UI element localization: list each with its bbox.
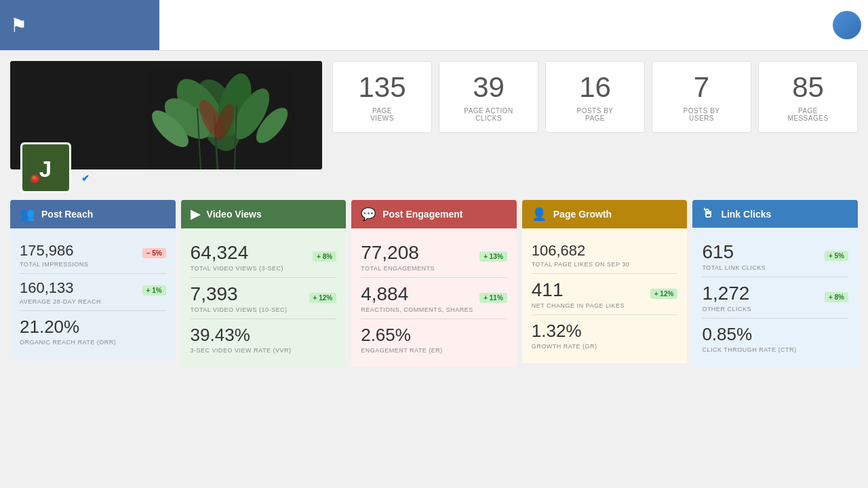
metric-row-page-growth-2: 1.32% GROWTH RATE (GR) — [532, 315, 678, 355]
stat-number-1: 39 — [473, 72, 505, 103]
metric-value-row-2: 39.43% — [191, 325, 337, 346]
metric-title-link-clicks: Link Clicks — [721, 209, 771, 220]
metric-badge-page-growth-1: + 12% — [650, 289, 678, 299]
metric-title-video-views: Video Views — [207, 209, 262, 220]
profile-info: ✔ — [78, 173, 322, 184]
metric-row-link-clicks-1: 1,272 + 8% OTHER CLICKS — [702, 277, 848, 319]
metric-value-row-0: 64,324 + 8% — [191, 242, 337, 264]
header-avatar — [833, 11, 861, 39]
metric-badge-video-views-0: + 8% — [313, 251, 336, 262]
metric-badge-post-reach-1: + 1% — [142, 285, 166, 296]
metric-value-post-reach-1: 160,133 — [20, 279, 74, 297]
stat-box-2: 16 POSTS BYPAGE — [545, 61, 645, 133]
metric-header-link-clicks: 🖱 Link Clicks — [692, 200, 858, 228]
metric-row-link-clicks-2: 0.85% CLICK THROUGH RATE (CTR) — [702, 319, 848, 359]
stat-label-3: POSTS BYUSERS — [683, 107, 719, 122]
metric-card-video-views: ▶ Video Views 64,324 + 8% TOTAL VIDEO VI… — [181, 200, 347, 367]
metric-value-row-0: 175,986 – 5% — [20, 242, 166, 260]
metric-icon-link-clicks: 🖱 — [702, 207, 714, 221]
metric-value-post-engagement-1: 4,884 — [361, 283, 408, 305]
metric-label-post-engagement-0: TOTAL ENGAGEMENTS — [361, 265, 507, 272]
profile-section: J 🍓 ✔ 135 PAGEVIEWS 39 PAGE ACTIONCLICKS… — [0, 51, 868, 200]
metric-badge-link-clicks-1: + 8% — [825, 292, 848, 302]
metric-header-video-views: ▶ Video Views — [181, 200, 347, 228]
metric-body-video-views: 64,324 + 8% TOTAL VIDEO VIEWS (3-SEC) 7,… — [181, 228, 347, 367]
metric-label-post-reach-2: ORGANIC REACH RATE (ORR) — [20, 339, 166, 346]
stat-box-1: 39 PAGE ACTIONCLICKS — [439, 61, 538, 133]
metric-body-page-growth: 106,682 TOTAL PAGE LIKES ON SEP 30 411 +… — [522, 228, 688, 363]
stat-label-1: PAGE ACTIONCLICKS — [464, 107, 513, 122]
metric-label-video-views-1: TOTAL VIDEO VIEWS (10-SEC) — [191, 306, 337, 313]
metric-row-link-clicks-0: 615 + 5% TOTAL LINK CLICKS — [702, 236, 848, 277]
stats-top: 135 PAGEVIEWS 39 PAGE ACTIONCLICKS 16 PO… — [332, 61, 858, 133]
svg-text:J: J — [39, 157, 52, 182]
metric-value-post-engagement-0: 77,208 — [361, 242, 419, 264]
metric-row-page-growth-0: 106,682 TOTAL PAGE LIKES ON SEP 30 — [532, 237, 678, 274]
metric-row-post-reach-1: 160,133 + 1% AVERAGE 28-DAY REACH — [20, 274, 166, 311]
verified-icon: ✔ — [81, 173, 90, 184]
stat-number-4: 85 — [792, 72, 824, 103]
metric-icon-page-growth: 👤 — [532, 207, 547, 222]
metric-label-link-clicks-2: CLICK THROUGH RATE (CTR) — [702, 346, 848, 353]
metric-body-link-clicks: 615 + 5% TOTAL LINK CLICKS 1,272 + 8% OT… — [692, 228, 858, 367]
metric-label-video-views-2: 3-SEC VIDEO VIEW RATE (VVR) — [191, 347, 337, 354]
metric-body-post-engagement: 77,208 + 13% TOTAL ENGAGEMENTS 4,884 + 1… — [351, 228, 517, 367]
metric-title-post-reach: Post Reach — [41, 209, 93, 220]
profile-avatar: J 🍓 — [20, 142, 71, 193]
metric-value-link-clicks-0: 615 — [702, 241, 734, 263]
stat-box-4: 85 PAGEMESSAGES — [758, 61, 858, 133]
metric-title-post-engagement: Post Engagement — [382, 209, 462, 220]
stat-label-4: PAGEMESSAGES — [787, 107, 828, 122]
metric-value-page-growth-0: 106,682 — [532, 242, 586, 260]
metric-value-video-views-0: 64,324 — [191, 242, 249, 264]
profile-name: ✔ — [78, 173, 322, 184]
metric-value-row-2: 2.65% — [361, 325, 507, 346]
metric-label-page-growth-0: TOTAL PAGE LIKES ON SEP 30 — [532, 261, 678, 268]
metric-row-video-views-1: 7,393 + 12% TOTAL VIDEO VIEWS (10-SEC) — [191, 278, 337, 319]
metric-badge-post-engagement-1: + 11% — [479, 293, 507, 303]
metric-label-post-engagement-2: ENGAGEMENT RATE (ER) — [361, 347, 507, 354]
metric-row-page-growth-1: 411 + 12% NET CHANGE IN PAGE LIKES — [532, 274, 678, 315]
metric-value-post-reach-0: 175,986 — [20, 242, 74, 260]
stat-number-0: 135 — [358, 72, 406, 103]
metric-value-row-2: 1.32% — [532, 321, 678, 342]
metric-label-video-views-0: TOTAL VIDEO VIEWS (3-SEC) — [191, 265, 337, 272]
metric-badge-link-clicks-0: + 5% — [825, 251, 848, 261]
metric-label-page-growth-2: GROWTH RATE (GR) — [532, 343, 678, 350]
metric-row-post-engagement-2: 2.65% ENGAGEMENT RATE (ER) — [361, 319, 507, 359]
metrics-section: 👥 Post Reach 175,986 – 5% TOTAL IMPRESSI… — [0, 200, 868, 374]
metric-label-page-growth-1: NET CHANGE IN PAGE LIKES — [532, 302, 678, 309]
header-logo: ⚑ — [0, 0, 159, 50]
metric-row-post-reach-2: 21.20% ORGANIC REACH RATE (ORR) — [20, 311, 166, 351]
metric-badge-post-engagement-0: + 13% — [479, 251, 507, 262]
metric-card-post-engagement: 💬 Post Engagement 77,208 + 13% TOTAL ENG… — [351, 200, 517, 367]
metric-title-page-growth: Page Growth — [553, 209, 612, 220]
metric-value-link-clicks-2: 0.85% — [702, 324, 752, 345]
metric-icon-post-engagement: 💬 — [361, 207, 376, 222]
banner-plant-svg — [89, 61, 322, 169]
metric-label-link-clicks-0: TOTAL LINK CLICKS — [702, 264, 848, 271]
metric-value-row-1: 411 + 12% — [532, 279, 678, 301]
svg-text:🍓: 🍓 — [32, 176, 39, 182]
stat-label-2: POSTS BYPAGE — [576, 107, 613, 122]
profile-image-container: J 🍓 ✔ — [10, 61, 322, 193]
metric-card-page-growth: 👤 Page Growth 106,682 TOTAL PAGE LIKES O… — [522, 200, 688, 367]
metric-value-video-views-1: 7,393 — [191, 283, 238, 305]
metric-value-row-1: 4,884 + 11% — [361, 283, 507, 305]
metric-header-post-engagement: 💬 Post Engagement — [351, 200, 517, 228]
metric-value-row-1: 160,133 + 1% — [20, 279, 166, 297]
metric-icon-video-views: ▶ — [191, 207, 200, 222]
metric-value-row-1: 7,393 + 12% — [191, 283, 337, 305]
metric-row-post-engagement-0: 77,208 + 13% TOTAL ENGAGEMENTS — [361, 237, 507, 278]
metric-badge-post-reach-0: – 5% — [142, 248, 166, 258]
metric-value-video-views-2: 39.43% — [191, 325, 250, 346]
metric-value-page-growth-1: 411 — [532, 279, 564, 301]
metric-row-post-engagement-1: 4,884 + 11% REACTIONS, COMMENTS, SHARES — [361, 278, 507, 319]
stat-label-0: PAGEVIEWS — [370, 107, 394, 122]
metric-value-row-2: 0.85% — [702, 324, 848, 345]
stat-box-0: 135 PAGEVIEWS — [332, 61, 432, 133]
metric-value-row-0: 615 + 5% — [702, 241, 848, 263]
metric-value-page-growth-2: 1.32% — [532, 321, 582, 342]
stat-box-3: 7 POSTS BYUSERS — [652, 61, 751, 133]
metric-icon-post-reach: 👥 — [20, 207, 35, 222]
